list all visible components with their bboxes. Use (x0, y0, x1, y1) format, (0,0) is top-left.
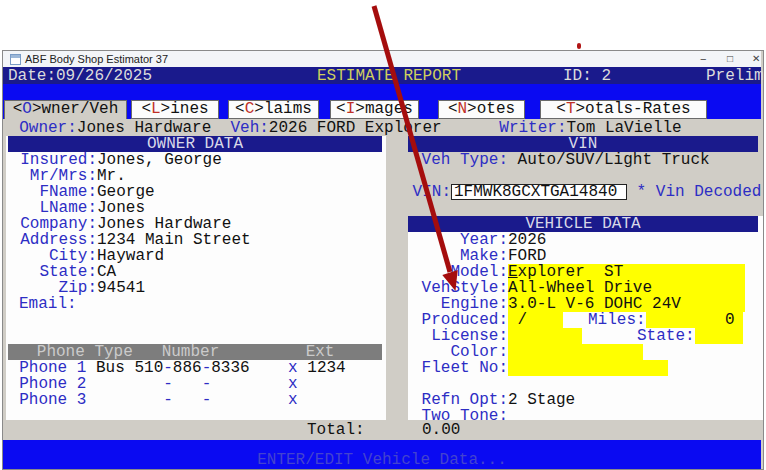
vehstyle-row: VehStyle:All-Wheel Drive (0, 280, 745, 296)
miles-field[interactable]: 0 (646, 312, 743, 328)
phone-row-2: Phone 2 - - x (0, 376, 298, 392)
close-button[interactable]: ✕ (752, 52, 760, 66)
maximize-button[interactable]: □ (727, 52, 733, 66)
tab-owner-veh[interactable]: <O>wner/Veh (4, 100, 127, 120)
license-row: License:State: (0, 328, 743, 344)
vin-input[interactable]: 1FMWK8GCXTGA14840 (451, 184, 627, 200)
app-icon (10, 54, 21, 65)
vin-header: VIN (408, 136, 758, 152)
make-row: Make:FORD (0, 248, 546, 264)
veh-value: 2026 FORD Explorer (269, 119, 442, 137)
status-bar: Date:09/26/2025 ESTIMATE REPORT ID: 2 Pr… (3, 67, 761, 84)
vehicle-data-header: VEHICLE DATA (408, 216, 758, 232)
model-row: Model:Explorer ST (0, 264, 745, 280)
tab-notes[interactable]: <N>otes (438, 100, 525, 119)
lname-row: LName:Jones (0, 200, 145, 216)
tab-images[interactable]: <I>mages (330, 100, 419, 119)
estimate-id: ID: 2 (563, 68, 611, 84)
tab-claims[interactable]: <C>laims (228, 100, 319, 119)
veh-type-row: Veh Type: Auto/SUV/Light Truck (0, 152, 710, 168)
veh-state-label: State: (637, 327, 695, 345)
tab-lines[interactable]: <L>ines (131, 100, 219, 119)
minimize-button[interactable]: − (700, 52, 706, 66)
date-field: Date:09/26/2025 (8, 68, 152, 84)
refn-row: Refn Opt:2 Stage (0, 392, 575, 408)
vin-decoded-note: * Vin Decoded (627, 183, 761, 201)
fleet-field[interactable] (508, 360, 668, 376)
color-field[interactable] (508, 344, 643, 360)
summary-line: Owner:Jones Hardware Veh:2026 FORD Explo… (0, 120, 682, 136)
produced-row: Produced: /Miles:0 (0, 312, 743, 328)
window-titlebar: ABF Body Shop Estimator 37 − □ ✕ (3, 51, 761, 67)
veh-type-field[interactable]: Auto/SUV/Light Truck (508, 151, 710, 169)
engine-field[interactable]: 3.0-L V-6 DOHC 24V (508, 296, 745, 312)
refn-field[interactable]: 2 Stage (508, 391, 575, 409)
window-title: ABF Body Shop Estimator 37 (25, 53, 168, 65)
color-row: Color: (0, 344, 643, 360)
vin-row: VIN:1FMWK8GCXTGA14840 * Vin Decoded (0, 184, 761, 200)
engine-row: Engine:3.0-L V-6 DOHC 24V (0, 296, 745, 312)
red-dot-mark (577, 43, 581, 49)
total-value: 0.00 (422, 422, 460, 438)
owner-label: Owner: (0, 119, 77, 137)
fleet-row: Fleet No: (0, 360, 668, 376)
tab-totals-rates[interactable]: <T>otals-Rates (540, 100, 707, 119)
report-title: ESTIMATE REPORT (317, 68, 461, 84)
writer-label: Writer: (442, 119, 567, 137)
owner-data-header: OWNER DATA (8, 136, 382, 152)
vehstyle-field[interactable]: All-Wheel Drive (508, 280, 745, 296)
year-row: Year:2026 (0, 232, 546, 248)
company-row: Company:Jones Hardware (0, 216, 231, 232)
mrmrs-row: Mr/Mrs:Mr. (0, 168, 126, 184)
estimate-mode: Prelim (706, 68, 764, 84)
total-label: Total: (307, 422, 365, 438)
veh-state-field[interactable] (695, 328, 743, 344)
footer-message: ENTER/EDIT Vehicle Data... (257, 451, 507, 469)
model-field[interactable]: Explorer ST (508, 264, 745, 280)
produced-field[interactable]: / (508, 312, 563, 328)
license-field[interactable] (508, 328, 582, 344)
footer-message-bar: ENTER/EDIT Vehicle Data... (3, 440, 761, 469)
